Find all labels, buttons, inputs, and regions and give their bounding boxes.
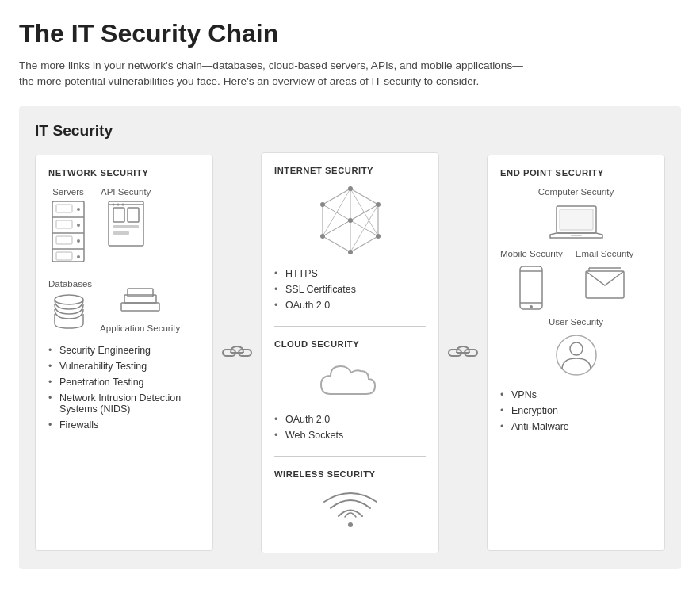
svg-point-39 — [348, 186, 353, 191]
databases-group: Databases — [48, 279, 92, 333]
wifi-icon-wrapper — [274, 488, 426, 532]
wifi-icon — [323, 488, 378, 532]
svg-rect-11 — [56, 252, 72, 260]
appsec-label: Application Security — [100, 323, 180, 333]
bullet-item: Firewalls — [48, 417, 200, 433]
svg-rect-51 — [560, 209, 593, 230]
svg-point-19 — [117, 203, 119, 205]
computer-security-item: Computer Security — [500, 187, 652, 243]
svg-rect-13 — [113, 208, 124, 222]
bullet-item: Network Intrusion Detection Systems (NID… — [48, 390, 200, 417]
api-security-group: API Security — [101, 187, 151, 247]
link-icon-1 — [213, 343, 261, 362]
section-title: IT Security — [35, 122, 665, 140]
svg-rect-5 — [56, 205, 72, 212]
bullet-item: HTTPS — [274, 266, 426, 281]
user-label: User Security — [549, 317, 603, 327]
svg-point-41 — [376, 234, 381, 239]
link-icon-2 — [439, 343, 487, 362]
svg-point-4 — [77, 208, 80, 211]
svg-point-46 — [348, 522, 353, 527]
database-icon — [48, 292, 90, 333]
columns-wrapper: NETWORK SECURITY Servers — [35, 152, 665, 553]
app-security-group: Application Security — [100, 279, 180, 333]
bullet-item: Penetration Testing — [48, 374, 200, 390]
bullet-item: OAuth 2.0 — [274, 297, 426, 313]
svg-rect-14 — [128, 208, 139, 222]
geo-icon-wrapper — [274, 185, 426, 256]
mobile-label: Mobile Security — [500, 249, 563, 258]
internet-section: INTERNET SECURITY — [274, 166, 426, 327]
svg-point-6 — [77, 224, 80, 227]
wireless-header: WIRELESS SECURITY — [274, 469, 426, 479]
servers-label: Servers — [52, 187, 84, 197]
it-security-section: IT Security NETWORK SECURITY Servers — [19, 106, 681, 569]
network-bullet-list: Security Engineering Vulnerability Testi… — [48, 342, 200, 433]
bullet-item: VPNs — [500, 387, 652, 403]
network-security-column: NETWORK SECURITY Servers — [35, 155, 213, 551]
bullet-item: SSL Certificates — [274, 281, 426, 297]
servers-group: Servers — [48, 187, 88, 263]
page-subtitle: The more links in your network's chain—d… — [19, 58, 534, 90]
bullet-item: Anti-Malware — [500, 419, 652, 434]
endpoint-header: END POINT SECURITY — [500, 168, 652, 178]
bullet-item: Vulnerability Testing — [48, 358, 200, 374]
email-label: Email Security — [576, 249, 634, 258]
svg-point-21 — [55, 295, 83, 304]
network-icons-row: Servers — [48, 187, 200, 263]
svg-rect-9 — [56, 236, 72, 244]
cloud-section: CLOUD SECURITY OAuth 2.0 Web Sockets — [274, 339, 426, 457]
endpoint-security-column: END POINT SECURITY Computer Security Mob… — [487, 155, 665, 551]
api-icon — [105, 200, 147, 247]
svg-point-61 — [570, 342, 583, 355]
mobile-icon — [517, 265, 545, 311]
bullet-item: Web Sockets — [274, 427, 426, 443]
user-icon — [554, 333, 599, 377]
svg-point-45 — [348, 218, 353, 223]
svg-point-56 — [530, 305, 533, 308]
svg-point-43 — [320, 234, 325, 239]
cloud-icon — [315, 358, 386, 402]
bullet-item: OAuth 2.0 — [274, 411, 426, 427]
svg-point-20 — [121, 203, 124, 205]
globe-network-icon — [311, 185, 390, 256]
api-label: API Security — [101, 187, 151, 197]
mobile-email-row: Mobile Security Email Security — [500, 249, 652, 311]
svg-point-40 — [376, 202, 381, 207]
app-security-icon — [120, 279, 161, 320]
email-security-item: Email Security — [576, 249, 634, 311]
svg-rect-52 — [571, 235, 582, 236]
internet-security-column: INTERNET SECURITY — [261, 152, 439, 553]
databases-label: Databases — [48, 279, 92, 289]
laptop-icon — [549, 203, 604, 243]
svg-rect-7 — [56, 220, 72, 228]
computer-label: Computer Security — [538, 187, 614, 197]
svg-line-37 — [323, 189, 350, 236]
bullet-item: Security Engineering — [48, 342, 200, 358]
cloud-bullet-list: OAuth 2.0 Web Sockets — [274, 411, 426, 443]
svg-point-18 — [112, 203, 114, 205]
mobile-security-item: Mobile Security — [500, 249, 563, 311]
internet-header: INTERNET SECURITY — [274, 166, 426, 175]
svg-point-42 — [348, 250, 353, 254]
endpoint-bullet-list: VPNs Encryption Anti-Malware — [500, 387, 652, 434]
cloud-icon-wrapper — [274, 358, 426, 402]
svg-line-38 — [350, 205, 378, 252]
svg-rect-15 — [113, 225, 139, 228]
network-header: NETWORK SECURITY — [48, 168, 200, 178]
internet-bullet-list: HTTPS SSL Certificates OAuth 2.0 — [274, 266, 426, 313]
svg-rect-22 — [121, 303, 159, 311]
wireless-section: WIRELESS SECURITY — [274, 469, 426, 532]
cloud-header: CLOUD SECURITY — [274, 339, 426, 349]
page-title: The IT Security Chain — [19, 19, 681, 48]
svg-point-8 — [77, 239, 80, 243]
server-icon — [48, 200, 88, 263]
svg-point-10 — [77, 255, 80, 258]
user-security-item: User Security — [500, 317, 652, 377]
svg-rect-16 — [113, 231, 129, 235]
bullet-item: Encryption — [500, 403, 652, 419]
email-icon — [583, 265, 627, 301]
svg-point-44 — [320, 202, 325, 207]
